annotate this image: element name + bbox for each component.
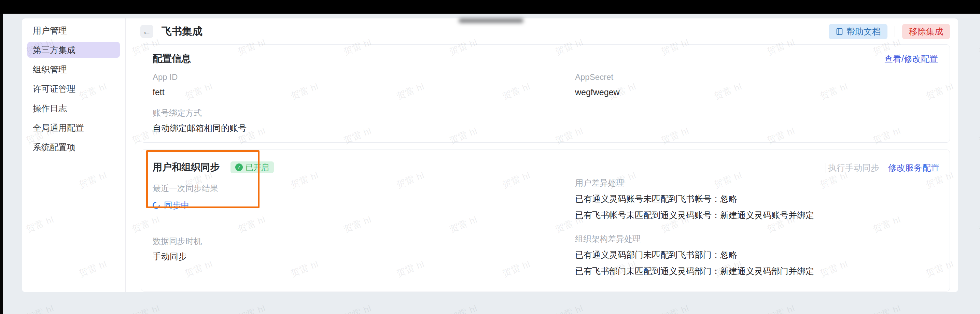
user-diff-line1: 已有通义灵码账号未匹配到飞书帐号：忽略 <box>575 193 938 205</box>
binding-method-field: 账号绑定方式 自动绑定邮箱相同的账号 <box>153 108 575 133</box>
binding-method-label: 账号绑定方式 <box>153 108 575 118</box>
left-edge-strip <box>0 14 3 314</box>
top-black-bar <box>0 0 980 14</box>
binding-method-value: 自动绑定邮箱相同的账号 <box>153 122 575 133</box>
user-diff-label: 用户差异处理 <box>575 178 938 188</box>
user-diff-line2: 已有飞书帐号未匹配到通义灵码账号：新建通义灵码账号并绑定 <box>575 209 938 221</box>
page-title: 飞书集成 <box>162 25 202 38</box>
app-id-value: fett <box>153 87 575 98</box>
sync-title-row: 用户和组织同步 ✓ 已开启 <box>153 161 575 174</box>
text-caret <box>826 163 826 173</box>
sync-timing-value: 手动同步 <box>153 251 575 262</box>
watermark-text: 贺雷 hl <box>872 302 902 314</box>
manual-sync-link-disabled[interactable]: 执行手动同步 <box>826 162 879 173</box>
sync-left-column: 用户和组织同步 ✓ 已开启 最近一次同步结果 同步中... 数据同步时机 手动同… <box>153 160 575 277</box>
manual-sync-label: 执行手动同步 <box>828 162 879 173</box>
watermark-text: 贺雷 hl <box>660 302 691 314</box>
check-circle-icon: ✓ <box>235 163 243 171</box>
back-arrow-icon: ← <box>142 26 151 37</box>
main-panel: ← 飞书集成 帮助文档 移除集成 配置信息 <box>126 18 958 292</box>
app-id-label: App ID <box>153 72 575 82</box>
watermark-text: 贺雷 hl <box>130 302 162 314</box>
watermark-text: 贺雷 hl <box>765 302 797 314</box>
app-secret-field: AppSecret wegfwegew <box>575 72 938 98</box>
remove-integration-button[interactable]: 移除集成 <box>902 24 950 39</box>
org-diff-label: 组织架构差异处理 <box>575 234 938 244</box>
help-doc-button[interactable]: 帮助文档 <box>829 24 888 39</box>
config-info-card: 配置信息 查看/修改配置 App ID fett AppSecret wegfw… <box>141 44 950 143</box>
watermark-text: 贺雷 hl <box>977 36 980 58</box>
config-fields-row1: App ID fett AppSecret wegfwegew <box>153 65 938 98</box>
status-badge-label: 已开启 <box>245 162 269 173</box>
watermark-text: 贺雷 hl <box>448 302 479 314</box>
status-badge: ✓ 已开启 <box>231 162 274 173</box>
org-diff-line1: 已有通义灵码部门未匹配到飞书部门：忽略 <box>575 249 938 260</box>
view-modify-config-link[interactable]: 查看/修改配置 <box>885 53 938 65</box>
book-icon <box>835 28 843 35</box>
user-diff-block: 用户差异处理 已有通义灵码账号未匹配到飞书帐号：忽略 已有飞书帐号未匹配到通义灵… <box>575 178 938 221</box>
redacted-shadow <box>458 18 523 23</box>
app-secret-label: AppSecret <box>575 72 938 82</box>
back-button[interactable]: ← <box>140 25 153 38</box>
sidebar-item-global-config[interactable]: 全局通用配置 <box>27 120 120 135</box>
watermark-text: 贺雷 hl <box>342 302 373 314</box>
loading-spinner-icon <box>151 200 162 211</box>
watermark-text: 贺雷 hl <box>977 302 980 314</box>
sidebar-item-operation-logs[interactable]: 操作日志 <box>27 100 120 116</box>
sync-status-row: 同步中... <box>153 200 575 211</box>
app-window: 用户管理 第三方集成 组织管理 许可证管理 操作日志 全局通用配置 系统配置项 … <box>22 18 958 292</box>
sidebar-item-organization-management[interactable]: 组织管理 <box>27 62 120 77</box>
actions-separator <box>895 26 895 37</box>
config-card-title: 配置信息 <box>153 52 191 65</box>
header-actions: 帮助文档 移除集成 <box>829 24 950 39</box>
sidebar: 用户管理 第三方集成 组织管理 许可证管理 操作日志 全局通用配置 系统配置项 <box>22 18 125 292</box>
config-fields-row2: 账号绑定方式 自动绑定邮箱相同的账号 <box>153 98 938 133</box>
sync-right-column: 用户差异处理 已有通义灵码账号未匹配到飞书帐号：忽略 已有飞书帐号未匹配到通义灵… <box>575 160 938 277</box>
watermark-text: 贺雷 hl <box>554 302 585 314</box>
sidebar-item-license-management[interactable]: 许可证管理 <box>27 81 120 97</box>
sidebar-item-system-config[interactable]: 系统配置项 <box>27 139 120 155</box>
org-diff-line2: 已有飞书部门未匹配到通义灵码部门：新建通义灵码部门并绑定 <box>575 265 938 277</box>
sync-card-grid: 用户和组织同步 ✓ 已开启 最近一次同步结果 同步中... 数据同步时机 手动同… <box>153 160 938 277</box>
modify-service-config-link[interactable]: 修改服务配置 <box>888 162 939 173</box>
app-secret-value: wegfwegew <box>575 87 938 98</box>
sync-status-text: 同步中... <box>164 200 197 211</box>
watermark-text: 贺雷 hl <box>236 302 267 314</box>
sync-card-actions: 执行手动同步 修改服务配置 <box>826 162 939 173</box>
org-diff-block: 组织架构差异处理 已有通义灵码部门未匹配到飞书部门：忽略 已有飞书部门未匹配到通… <box>575 234 938 277</box>
sidebar-item-third-party-integration[interactable]: 第三方集成 <box>27 42 120 58</box>
last-sync-label: 最近一次同步结果 <box>153 183 575 193</box>
sidebar-item-user-management[interactable]: 用户管理 <box>27 22 120 38</box>
watermark-text: 贺雷 hl <box>25 302 56 314</box>
config-card-head: 配置信息 查看/修改配置 <box>153 52 938 65</box>
watermark-text: 贺雷 hl <box>977 214 980 235</box>
remove-integration-label: 移除集成 <box>909 26 943 37</box>
help-doc-label: 帮助文档 <box>846 26 881 37</box>
sync-timing-label: 数据同步时机 <box>153 236 575 246</box>
watermark-text: 贺雷 hl <box>977 125 980 146</box>
user-org-sync-card: 执行手动同步 修改服务配置 用户和组织同步 ✓ 已开启 最近一次同步结果 <box>141 149 950 292</box>
page-header: ← 飞书集成 帮助文档 移除集成 <box>141 18 950 44</box>
sync-card-title: 用户和组织同步 <box>153 161 220 174</box>
app-id-field: App ID fett <box>153 72 575 98</box>
